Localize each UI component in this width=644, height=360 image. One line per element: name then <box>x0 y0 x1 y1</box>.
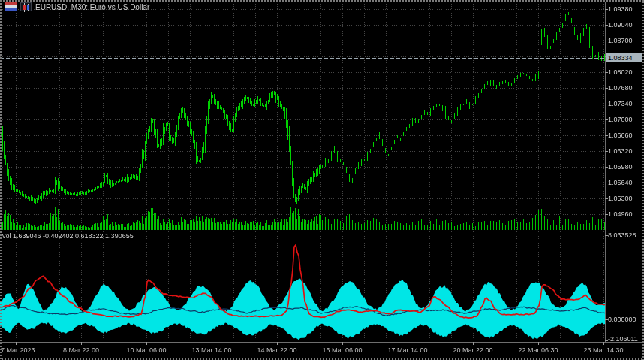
chart-window: EURUSD, M30: Euro vs US Dollar vol 1.639… <box>0 0 644 360</box>
candlestick-icon <box>20 2 32 11</box>
chart-canvas[interactable] <box>0 0 644 360</box>
current-price-label: 1.08334 <box>606 53 642 62</box>
symbol-title: EURUSD, M30: Euro vs US Dollar <box>35 3 149 11</box>
chart-window-icon <box>5 2 17 11</box>
indicator-values-label: vol 1.639046 -0.402402 0.618322 1.390655 <box>2 232 134 240</box>
chart-title-bar: EURUSD, M30: Euro vs US Dollar <box>5 2 149 11</box>
